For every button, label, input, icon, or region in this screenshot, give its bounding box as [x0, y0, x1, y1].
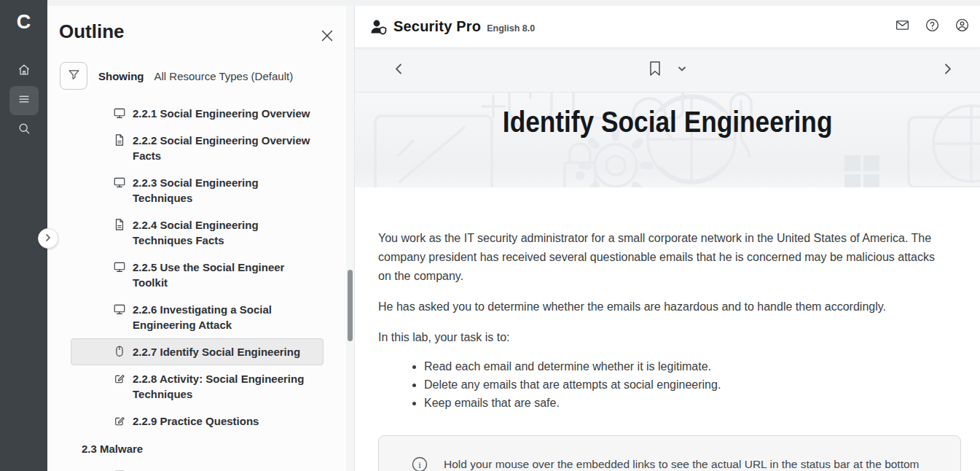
- outline-item[interactable]: 2.2.3 Social Engineering Techniques: [71, 169, 324, 211]
- svg-text:i: i: [418, 459, 421, 470]
- outline-item-label: 2.2.2 Social Engineering Overview Facts: [133, 133, 315, 163]
- outline-item-label: 2.2.4 Social Engineering Techniques Fact…: [133, 217, 315, 248]
- showing-label: Showing: [98, 70, 144, 82]
- security-pro-logo-icon: [369, 17, 388, 36]
- bookmark-icon: [648, 61, 662, 79]
- home-icon: [17, 63, 31, 80]
- messages-button[interactable]: [893, 18, 911, 36]
- document-icon: [113, 218, 126, 231]
- outline-item[interactable]: 2.2.2 Social Engineering Overview Facts: [71, 127, 324, 169]
- product-name: Security Pro: [393, 18, 481, 35]
- task-bullet: Read each email and determine whether it…: [424, 359, 945, 374]
- outline-item[interactable]: 2.2.5 Use the Social Engineer Toolkit: [71, 254, 324, 296]
- sidebar-item-home[interactable]: [9, 57, 39, 86]
- menu-icon: [17, 92, 31, 109]
- document-icon: [113, 133, 126, 147]
- outline-item-label: 2.3.1 Malware: [133, 468, 203, 471]
- outline-section-heading[interactable]: 2.3 Malware: [71, 435, 324, 462]
- account-button[interactable]: [953, 18, 971, 36]
- pencil-icon: [113, 372, 126, 385]
- monitor-icon: [113, 106, 126, 120]
- main-content: Security Pro English 8.0: [354, 6, 980, 471]
- filter-funnel-icon: [67, 68, 81, 85]
- outline-scrollbar[interactable]: [346, 6, 354, 471]
- outline-item[interactable]: 2.2.8 Activity: Social Engineering Techn…: [71, 365, 324, 408]
- panel-expand-button[interactable]: [38, 228, 58, 249]
- outline-item-label: 2.2.7 Identify Social Engineering: [133, 344, 300, 359]
- app-logo: C: [17, 10, 31, 34]
- account-icon: [954, 17, 970, 36]
- previous-resource-button[interactable]: [390, 61, 407, 79]
- app-header: Security Pro English 8.0: [355, 6, 980, 48]
- outline-item-label: 2.2.9 Practice Questions: [133, 413, 259, 429]
- outline-item[interactable]: 2.2.9 Practice Questions: [71, 408, 324, 435]
- scenario-paragraph: He has asked you to determine whether th…: [378, 297, 945, 316]
- filter-value[interactable]: All Resource Types (Default): [154, 70, 294, 82]
- chevron-right-icon: [941, 63, 954, 78]
- outline-item-label: 2.2.8 Activity: Social Engineering Techn…: [133, 371, 315, 402]
- product-edition: English 8.0: [487, 23, 535, 34]
- outline-item[interactable]: 2.2.1 Social Engineering Overview: [71, 100, 324, 127]
- note-text: Hold your mouse over the embedded links …: [444, 455, 931, 471]
- outline-item[interactable]: 2.2.7 Identify Social Engineering: [71, 338, 324, 365]
- page-title: Identify Social Engineering: [355, 105, 980, 139]
- chevron-right-icon: [44, 232, 52, 245]
- monitor-icon: [113, 260, 126, 273]
- help-icon: [925, 17, 940, 36]
- search-icon: [17, 121, 31, 139]
- task-list: Read each email and determine whether it…: [378, 359, 945, 410]
- info-icon: i: [412, 456, 428, 471]
- outline-list: 2.2.1 Social Engineering Overview2.2.2 S…: [71, 100, 324, 471]
- outline-item[interactable]: 2.3.1 Malware: [71, 462, 324, 471]
- scenario-paragraph: You work as the IT security administrato…: [378, 229, 945, 286]
- task-bullet: Keep emails that are safe.: [424, 395, 945, 410]
- monitor-icon: [113, 303, 126, 316]
- bookmark-button[interactable]: [648, 61, 662, 79]
- outline-panel: Outline Showing All Resource Types (Defa…: [47, 6, 354, 471]
- help-button[interactable]: [923, 18, 941, 36]
- mail-icon: [895, 17, 910, 36]
- lab-instructions: You work as the IT security administrato…: [355, 187, 980, 471]
- note-box: i Hold your mouse over the embedded link…: [378, 435, 961, 471]
- task-intro: In this lab, your task is to:: [378, 328, 945, 347]
- task-bullet: Delete any emails that are attempts at s…: [424, 377, 945, 392]
- outline-item-label: 2.2.6 Investigating a Social Engineering…: [133, 302, 315, 332]
- lesson-toolbar: [355, 48, 980, 93]
- bookmark-menu-button[interactable]: [677, 63, 687, 77]
- monitor-icon: [113, 176, 126, 189]
- outline-item-label: 2.2.3 Social Engineering Techniques: [133, 175, 315, 206]
- outline-item[interactable]: 2.2.4 Social Engineering Techniques Fact…: [71, 211, 324, 254]
- filter-button[interactable]: [60, 62, 87, 90]
- outline-panel-title: Outline: [59, 20, 354, 43]
- mouse-icon: [113, 345, 126, 358]
- next-resource-button[interactable]: [938, 61, 956, 79]
- sidebar-item-search[interactable]: [9, 115, 39, 144]
- pencil-icon: [113, 414, 126, 427]
- outline-item-label: 2.2.5 Use the Social Engineer Toolkit: [133, 260, 315, 290]
- chevron-down-icon: [677, 63, 687, 77]
- outline-scrollbar-thumb[interactable]: [348, 270, 353, 341]
- lesson-banner: Identify Social Engineering: [355, 93, 980, 187]
- close-outline-button[interactable]: [319, 28, 335, 44]
- outline-item-label: 2.2.1 Social Engineering Overview: [133, 106, 310, 121]
- sidebar-item-outline[interactable]: [9, 86, 39, 115]
- chevron-left-icon: [393, 63, 405, 78]
- close-icon: [319, 34, 335, 46]
- product-brand: Security Pro English 8.0: [369, 17, 535, 36]
- outline-item[interactable]: 2.2.6 Investigating a Social Engineering…: [71, 296, 324, 338]
